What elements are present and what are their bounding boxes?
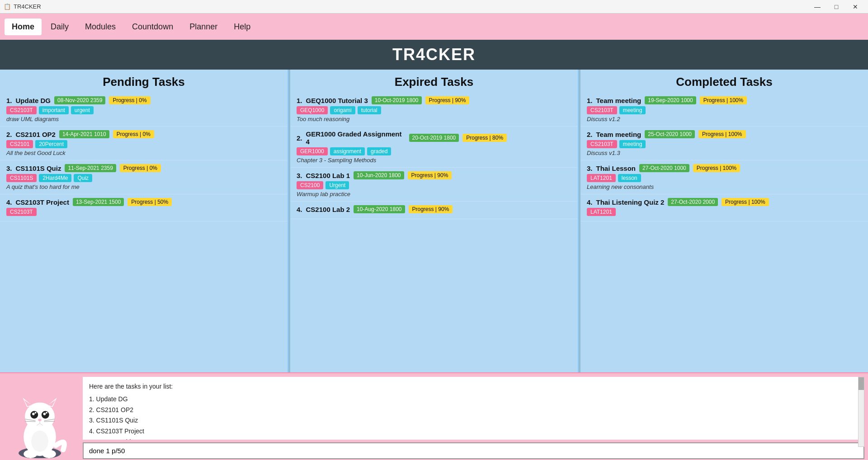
tag: CS2103T (587, 140, 617, 148)
date-badge: 27-Oct-2020 1000 (639, 164, 689, 172)
task-name: CS2100 Lab 2 (306, 206, 350, 213)
tag-row: CS2103T meeting (587, 140, 862, 148)
task-desc: All the best Good Luck (6, 150, 281, 156)
task-title-row: 3. CS1101S Quiz 11-Sep-2021 2359 Progres… (6, 164, 281, 172)
expired-task-3: 3. CS2100 Lab 1 10-Jun-2020 1800 Progres… (290, 168, 578, 202)
maximize-button[interactable]: □ (827, 0, 845, 14)
main-content: Pending Tasks 1. Update DG 08-Nov-2020 2… (0, 70, 868, 372)
chat-input[interactable] (83, 442, 864, 459)
tag: LAT1201 (587, 208, 616, 216)
task-title-row: 4. CS2103T Project 13-Sep-2021 1500 Prog… (6, 198, 281, 206)
app-banner: TR4CKER (0, 40, 868, 70)
task-number: 2. (6, 131, 12, 138)
completed-header: Completed Tasks (580, 70, 868, 93)
task-desc: Learning new consonants (587, 183, 862, 190)
tag: meeting (619, 140, 646, 148)
chat-message-4: 4. CS2103T Project (89, 426, 858, 437)
task-title-row: 2. GER1000 Graded Assignment 4 20-Oct-20… (297, 130, 571, 146)
chat-message-intro: Here are the tasks in your list: (89, 381, 858, 392)
tag: meeting (619, 106, 646, 114)
chat-message-2: 2. CS2101 OP2 (89, 405, 858, 416)
nav-planner[interactable]: Planner (182, 19, 225, 35)
nav-home[interactable]: Home (5, 19, 42, 35)
svg-point-21 (24, 450, 37, 458)
chat-scrollbar[interactable] (858, 377, 864, 447)
progress-badge: Progress | 50% (127, 198, 172, 206)
task-desc: Chapter 3 - Sampling Methods (297, 157, 571, 164)
title-bar-left: 📋 TR4CKER (4, 3, 41, 10)
svg-point-10 (43, 413, 46, 415)
task-number: 1. (6, 97, 12, 104)
task-title-row: 1. Update DG 08-Nov-2020 2359 Progress |… (6, 96, 281, 104)
pending-column: Pending Tasks 1. Update DG 08-Nov-2020 2… (0, 70, 288, 372)
tag-row: CS2103T important urgent (6, 106, 281, 114)
date-badge: 20-Oct-2019 1800 (409, 134, 459, 142)
minimize-button[interactable]: — (808, 0, 826, 14)
chat-message-1: 1. Update DG (89, 394, 858, 405)
tag: CS2103T (6, 208, 37, 216)
completed-task-4: 4. Thai Listening Quiz 2 27-Oct-2020 200… (580, 194, 868, 221)
svg-point-9 (32, 413, 35, 415)
app-icon: 📋 (4, 3, 11, 10)
task-name: Team meeting (596, 97, 642, 104)
task-desc: A quiz that's too hard for me (6, 183, 281, 190)
expired-task-2: 2. GER1000 Graded Assignment 4 20-Oct-20… (290, 127, 578, 168)
nav-modules[interactable]: Modules (78, 19, 123, 35)
chat-scrollbar-thumb[interactable] (859, 377, 864, 390)
task-desc: Warmup lab practice (297, 191, 571, 197)
pending-task-4: 4. CS2103T Project 13-Sep-2021 1500 Prog… (0, 194, 288, 221)
task-title-row: 2. Team meeting 25-Oct-2020 1000 Progres… (587, 130, 862, 138)
date-badge: 25-Oct-2020 1000 (645, 130, 695, 138)
close-button[interactable]: ✕ (846, 0, 864, 14)
progress-badge: Progress | 0% (120, 164, 161, 172)
expired-column: Expired Tasks 1. GEQ1000 Tutorial 3 10-O… (290, 70, 579, 372)
task-name: Update DG (16, 97, 51, 104)
task-number: 3. (587, 164, 593, 172)
svg-point-23 (31, 431, 48, 452)
task-number: 1. (587, 97, 593, 104)
tag: CS2101 (6, 140, 33, 148)
task-number: 2. (587, 131, 593, 138)
nav-daily[interactable]: Daily (43, 19, 76, 35)
expired-task-1: 1. GEQ1000 Tutorial 3 10-Oct-2019 1800 P… (290, 93, 578, 127)
nav-countdown[interactable]: Countdown (125, 19, 180, 35)
tag: 2Hard4Me (39, 174, 71, 182)
expired-task-4: 4. CS2100 Lab 2 10-Aug-2020 1800 Progres… (290, 202, 578, 219)
tag-row: CS2101 20Percent (6, 140, 281, 148)
task-desc: Discuss v1.3 (587, 150, 862, 156)
nav-help[interactable]: Help (226, 19, 258, 35)
completed-task-1: 1. Team meeting 19-Sep-2020 1000 Progres… (580, 93, 868, 127)
tag: lesson (618, 174, 641, 182)
expired-header: Expired Tasks (290, 70, 578, 93)
progress-badge: Progress | 100% (700, 96, 747, 104)
tag: tutorial (358, 106, 381, 114)
svg-point-13 (38, 418, 42, 421)
task-number: 4. (587, 198, 593, 206)
pending-task-3: 3. CS1101S Quiz 11-Sep-2021 2359 Progres… (0, 160, 288, 194)
date-badge: 10-Oct-2019 1800 (372, 96, 422, 104)
tag: assignment (330, 147, 365, 155)
task-number: 1. (297, 97, 302, 104)
tag: GEQ1000 (297, 106, 328, 114)
pending-header: Pending Tasks (0, 70, 288, 93)
task-desc: Too much reasoning (297, 116, 571, 122)
tag-row: GER1000 assignment graded (297, 147, 571, 155)
task-title-row: 3. Thai Lesson 27-Oct-2020 1000 Progress… (587, 164, 862, 172)
progress-badge: Progress | 100% (698, 130, 746, 138)
chat-message-5: 5. CS2100 MidTerms (89, 437, 858, 440)
task-title-row: 4. CS2100 Lab 2 10-Aug-2020 1800 Progres… (297, 205, 571, 213)
progress-badge: Progress | 90% (425, 96, 470, 104)
task-name: GER1000 Graded Assignment 4 (306, 130, 406, 146)
chat-messages: Here are the tasks in your list: 1. Upda… (83, 377, 864, 440)
tag: origami (330, 106, 355, 114)
svg-point-11 (34, 412, 36, 413)
task-name: GEQ1000 Tutorial 3 (306, 97, 368, 104)
task-title-row: 2. CS2101 OP2 14-Apr-2021 1010 Progress … (6, 130, 281, 138)
task-number: 4. (6, 198, 12, 206)
pending-task-2: 2. CS2101 OP2 14-Apr-2021 1010 Progress … (0, 127, 288, 160)
app-title: TR4CKER (14, 3, 41, 10)
task-desc: Discuss v1.2 (587, 116, 862, 122)
task-number: 3. (6, 164, 12, 172)
tag-row: LAT1201 lesson (587, 174, 862, 182)
tag: CS1101S (6, 174, 37, 182)
